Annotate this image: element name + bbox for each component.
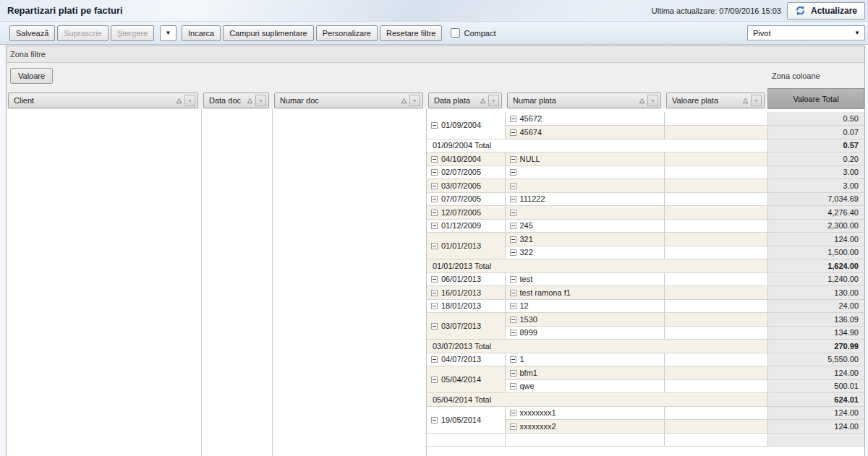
save-button[interactable]: Salvează (9, 25, 55, 41)
collapse-icon[interactable] (510, 410, 516, 416)
collapse-icon[interactable] (431, 323, 438, 330)
collapse-icon[interactable] (510, 129, 516, 136)
column-header-valoare-total[interactable]: Valoare Total (767, 88, 864, 109)
pivot-row: 06/01/2013test1,240.00 (427, 272, 864, 286)
collapse-icon[interactable] (431, 169, 438, 176)
collapse-icon[interactable] (510, 210, 516, 216)
compact-option: Compact (451, 28, 495, 38)
collapse-icon[interactable] (431, 210, 438, 216)
column-divider (201, 109, 202, 456)
field-header-numar-plata[interactable]: Numar plata△▼ (507, 93, 661, 108)
total-value-cell: 0.57 (767, 139, 864, 152)
pivot-total-row: 03/07/2013 Total270.99 (427, 340, 864, 353)
collapse-icon[interactable] (431, 156, 438, 163)
filter-dropdown-button[interactable]: ▼ (751, 95, 762, 106)
total-value-cell: 1,624.00 (767, 259, 864, 273)
collapse-icon[interactable] (510, 423, 516, 430)
collapse-icon[interactable] (431, 417, 438, 423)
field-header-data-doc[interactable]: Data doc△▼ (203, 93, 269, 108)
payment-value-cell (664, 165, 767, 179)
sort-asc-icon: △ (176, 97, 182, 104)
pivot-row: 03/07/20053.00 (427, 179, 864, 193)
column-divider (272, 109, 273, 456)
date-group-cell: 03/07/2005 (427, 179, 505, 193)
filter-dropdown-button[interactable]: ▼ (647, 95, 658, 106)
row-total-cell: 0.50 (767, 112, 864, 126)
filter-dropdown-button[interactable]: ▼ (255, 95, 266, 106)
customize-button[interactable]: Personalizare (316, 25, 378, 41)
collapse-icon[interactable] (510, 303, 516, 309)
field-header-label: Numar plata (513, 96, 635, 105)
collapse-icon[interactable] (510, 156, 516, 163)
overwrite-button[interactable]: Suprascrie (57, 25, 109, 41)
sort-asc-icon: △ (480, 97, 485, 104)
collapse-icon[interactable] (431, 303, 438, 309)
empty-row-area (7, 109, 427, 456)
payment-number-cell: 111222 (505, 192, 664, 206)
pivot-row: 05/04/2014bfm1124.00 (427, 366, 864, 380)
collapse-icon[interactable] (510, 183, 516, 189)
row-total-cell: 2,300.00 (767, 219, 864, 233)
group-total-label: 01/01/2013 Total (427, 259, 767, 273)
collapse-icon[interactable] (510, 249, 516, 256)
collapse-icon[interactable] (510, 383, 516, 390)
field-header-data-plata[interactable]: Data plata△▼ (428, 93, 502, 108)
row-total-cell: 1,240.00 (767, 272, 864, 286)
pivot-row: 18/01/20131224.00 (427, 299, 864, 313)
payment-value-cell (664, 286, 767, 300)
collapse-icon[interactable] (431, 290, 438, 296)
payment-value-cell (664, 313, 767, 327)
refresh-button[interactable]: Actualizare (787, 2, 865, 20)
collapse-icon[interactable] (431, 183, 438, 189)
refresh-icon (795, 5, 806, 16)
compact-checkbox[interactable] (451, 28, 460, 38)
collapse-icon[interactable] (431, 243, 438, 249)
save-options-dropdown[interactable]: ▼ (160, 25, 176, 41)
row-total-cell: 134.90 (767, 326, 864, 340)
collapse-icon[interactable] (510, 370, 516, 377)
data-field-valoare[interactable]: Valoare (10, 68, 53, 84)
filter-dropdown-button[interactable]: ▼ (488, 95, 499, 106)
collapse-icon[interactable] (510, 169, 516, 176)
collapse-icon[interactable] (510, 116, 516, 122)
payment-value-cell (664, 366, 767, 380)
date-group-cell: 05/04/2014 (427, 366, 505, 393)
collapse-icon[interactable] (431, 122, 438, 129)
reset-filters-button[interactable]: Resetare filtre (380, 25, 442, 41)
collapse-icon[interactable] (510, 236, 516, 243)
collapse-icon[interactable] (510, 317, 516, 323)
collapse-icon[interactable] (510, 276, 516, 283)
field-header-numar-doc[interactable]: Numar doc△▼ (274, 93, 423, 108)
extra-fields-button[interactable]: Campuri suplimentare (223, 25, 314, 41)
payment-value-cell (664, 192, 767, 206)
collapse-icon[interactable] (431, 356, 438, 363)
collapse-icon[interactable] (510, 356, 516, 363)
collapse-icon[interactable] (510, 223, 516, 229)
row-total-cell: 500.01 (767, 379, 864, 393)
collapse-icon[interactable] (510, 196, 516, 202)
collapse-icon[interactable] (431, 223, 438, 229)
collapse-icon[interactable] (431, 276, 438, 283)
field-header-client[interactable]: Client△▼ (8, 93, 198, 108)
pivot-row: 01/09/2004456720.50 (427, 112, 864, 126)
payment-number-cell (505, 206, 664, 220)
field-header-label: Data doc (209, 96, 243, 105)
date-group-cell: 18/01/2013 (427, 299, 505, 313)
pivot-row: 19/05/2014xxxxxxxx1124.00 (427, 406, 864, 420)
collapse-icon[interactable] (510, 330, 516, 336)
filter-zone[interactable]: Zona filtre (7, 46, 864, 63)
load-button[interactable]: Incarca (182, 25, 221, 41)
field-header-valoare-plata[interactable]: Valoare plata△▼ (666, 93, 765, 108)
payment-value-cell (664, 233, 767, 246)
payment-number-cell: xxxxxxxx1 (505, 406, 664, 420)
collapse-icon[interactable] (431, 196, 438, 202)
filter-dropdown-button[interactable]: ▼ (409, 95, 420, 106)
compact-label: Compact (464, 29, 495, 38)
filter-dropdown-button[interactable]: ▼ (184, 95, 195, 106)
chevron-down-icon: ▼ (166, 30, 171, 36)
collapse-icon[interactable] (510, 290, 516, 296)
view-selector[interactable]: Pivot ▼ (747, 25, 865, 40)
collapse-icon[interactable] (431, 377, 438, 383)
sort-asc-icon: △ (401, 97, 407, 104)
delete-button[interactable]: Ștergere (111, 25, 154, 41)
